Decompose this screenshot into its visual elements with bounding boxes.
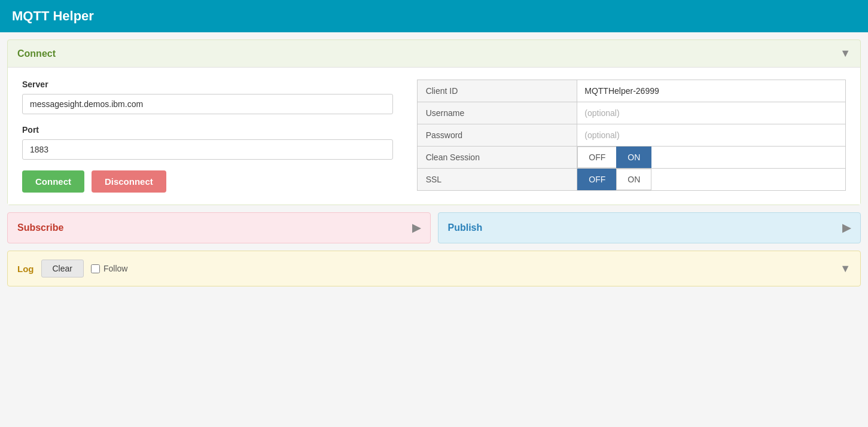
ssl-toggle-cell: OFF ON [577, 169, 846, 191]
password-input[interactable] [577, 124, 845, 146]
connect-section: Connect ▼ Server Port Connect Disconnect [7, 39, 861, 205]
port-label: Port [22, 125, 393, 135]
username-input[interactable] [577, 102, 845, 124]
ssl-label: SSL [417, 169, 577, 191]
password-row: Password [417, 124, 845, 147]
subscribe-chevron-right-icon[interactable]: ▶ [412, 221, 421, 234]
ssl-row: SSL OFF ON [417, 169, 845, 191]
connect-body: Server Port Connect Disconnect Client ID [8, 67, 860, 205]
connect-section-header: Connect ▼ [8, 40, 860, 67]
username-value-cell [577, 102, 846, 124]
connect-button[interactable]: Connect [22, 170, 84, 193]
client-id-input[interactable] [577, 80, 845, 102]
client-id-row: Client ID [417, 80, 845, 102]
username-row: Username [417, 102, 845, 124]
connect-left-col: Server Port Connect Disconnect [22, 80, 393, 193]
clean-session-toggle-cell: OFF ON [577, 147, 846, 169]
client-id-label: Client ID [417, 80, 577, 102]
clean-session-row: Clean Session OFF ON [417, 147, 845, 169]
clear-button[interactable]: Clear [41, 260, 84, 277]
client-id-value-cell [577, 80, 846, 102]
log-label: Log [17, 264, 34, 274]
port-input[interactable] [22, 139, 393, 160]
log-chevron-down-icon[interactable]: ▼ [840, 263, 851, 275]
connection-options-table: Client ID Username Password [417, 80, 846, 191]
subscribe-label: Subscribe [17, 222, 63, 233]
follow-label: Follow [103, 264, 127, 273]
clean-session-label: Clean Session [417, 147, 577, 169]
clean-session-on-button[interactable]: ON [616, 147, 651, 168]
publish-header: Publish ▶ [438, 213, 861, 243]
subscribe-header: Subscribe ▶ [8, 213, 430, 243]
username-label: Username [417, 102, 577, 124]
subscribe-section: Subscribe ▶ [7, 212, 431, 243]
server-label: Server [22, 80, 393, 89]
disconnect-button[interactable]: Disconnect [92, 170, 166, 193]
log-section: Log Clear Follow ▼ [7, 251, 861, 286]
ssl-on-button[interactable]: ON [616, 169, 651, 190]
clean-session-toggle: OFF ON [577, 147, 845, 168]
sub-pub-panels: Subscribe ▶ Publish ▶ [7, 212, 861, 243]
app-header: MQTT Helper [0, 0, 868, 32]
publish-label: Publish [448, 222, 483, 233]
connect-section-label: Connect [17, 48, 56, 59]
password-value-cell [577, 124, 846, 147]
follow-checkbox[interactable] [91, 264, 100, 273]
port-field-group: Port [22, 125, 393, 160]
ssl-toggle: OFF ON [577, 169, 845, 190]
connect-right-col: Client ID Username Password [417, 80, 846, 193]
follow-group: Follow [91, 264, 127, 273]
connect-section-chevron-down-icon[interactable]: ▼ [840, 47, 851, 60]
publish-section: Publish ▶ [438, 212, 861, 243]
publish-chevron-right-icon[interactable]: ▶ [842, 221, 851, 234]
clean-session-off-button[interactable]: OFF [577, 147, 616, 168]
server-field-group: Server [22, 80, 393, 114]
connect-buttons: Connect Disconnect [22, 170, 393, 193]
password-label: Password [417, 124, 577, 147]
app-title: MQTT Helper [12, 8, 94, 23]
server-input[interactable] [22, 94, 393, 114]
ssl-off-button[interactable]: OFF [577, 169, 616, 190]
